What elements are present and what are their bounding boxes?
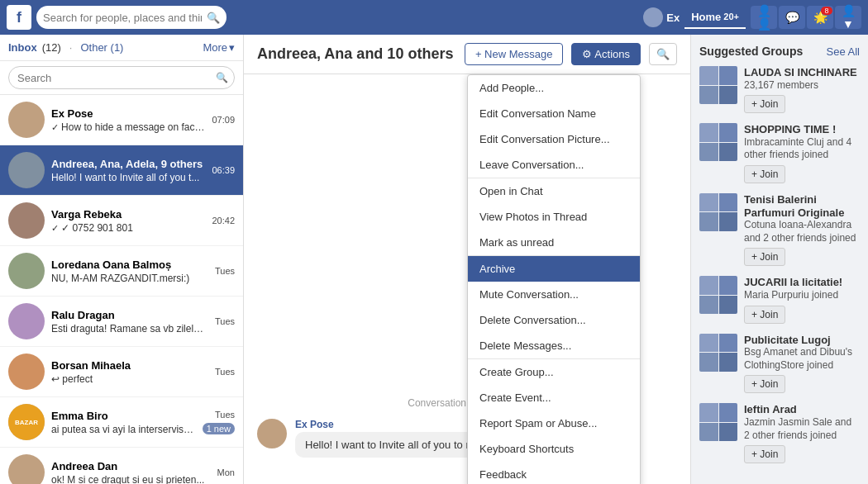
groups-list: LAUDA SI INCHINARE 23,167 members + Join… [699, 66, 860, 463]
group-sub: Maria Purpuriu joined [744, 289, 860, 302]
conv-name: Andreea Dan [51, 460, 211, 472]
conversation-item[interactable]: Andreea, Ana, Adela, 9 others Hello! I w… [0, 145, 243, 196]
group-name: JUCARII la licitatie! [744, 276, 860, 289]
facebook-logo[interactable]: f [7, 5, 31, 30]
conversation-item[interactable]: BAZAR Emma Biro ai putea sa vi ayi la in… [0, 397, 243, 448]
dropdown-item-leave[interactable]: Leave Conversation... [468, 152, 640, 178]
search-icon: 🔍 [207, 12, 220, 24]
search-message-button[interactable]: 🔍 [649, 43, 677, 65]
conv-meta: Tues 1 new [203, 410, 235, 434]
dropdown-item-view-photos[interactable]: View Photos in Thread [468, 204, 640, 230]
conv-meta: 20:42 [212, 216, 235, 225]
avatar [8, 354, 45, 390]
dropdown-item-create-event[interactable]: Create Event... [468, 385, 640, 410]
new-message-button[interactable]: + New Message [465, 43, 564, 65]
join-button[interactable]: + Join [744, 248, 785, 266]
dropdown-item-add-people[interactable]: Add People... [468, 75, 640, 101]
conv-preview: ↩ perfect [51, 373, 208, 385]
user-nav[interactable]: Ex [643, 7, 680, 27]
dropdown-item-open-chat[interactable]: Open in Chat [468, 178, 640, 204]
group-avatar [699, 123, 737, 161]
conv-search-input[interactable] [8, 66, 235, 89]
messages-button[interactable]: 💬 [779, 6, 805, 29]
group-info: Ieftin Arad Jazmin Jasmin Sale and 2 oth… [744, 403, 860, 463]
group-name: Tenisi Balerini Parfumuri Originale [744, 193, 860, 219]
search-input[interactable] [43, 12, 202, 24]
conv-time: Tues [215, 266, 235, 276]
dropdown-item-edit-name[interactable]: Edit Conversation Name [468, 101, 640, 126]
conv-meta: Tues [215, 367, 235, 377]
group-sub: Jazmin Jasmin Sale and 2 other friends j… [744, 416, 860, 442]
dropdown-item-delete-msg[interactable]: Delete Messages... [468, 333, 640, 358]
conversation-item[interactable]: Andreea Dan ok! M si ce dragut si eu si … [0, 448, 243, 484]
group-avatar [699, 193, 737, 231]
dropdown-item-delete-conv[interactable]: Delete Conversation... [468, 307, 640, 333]
conv-time: Tues [215, 316, 235, 326]
conv-time: 07:09 [212, 115, 235, 125]
user-name: Ex [666, 12, 680, 24]
conv-info: Borsan Mihaela ↩ perfect [51, 359, 208, 385]
dropdown-item-keyboard[interactable]: Keyboard Shortcuts [468, 436, 640, 462]
conv-name: Ex Pose [51, 107, 205, 120]
friend-requests-button[interactable]: 👤👤 [751, 6, 777, 29]
conversation-item[interactable]: Varga Rebeka ✓ ✓ 0752 901 801 20:42 [0, 196, 243, 246]
conv-name: Loredana Oana Balmoș [51, 259, 208, 271]
conv-name: Emma Biro [51, 410, 196, 422]
group-item-shopping: SHOPPING TIME ! Imbracaminte Cluj and 4 … [699, 123, 860, 183]
conv-preview: ✓ How to hide a message on face... [51, 121, 205, 133]
conv-time: 20:42 [212, 216, 235, 225]
more-button[interactable]: More ▾ [203, 41, 235, 54]
group-info: SHOPPING TIME ! Imbracaminte Cluj and 4 … [744, 123, 860, 183]
conv-search-icon: 🔍 [216, 72, 228, 83]
conv-preview: ✓ ✓ 0752 901 801 [51, 222, 205, 234]
conv-preview: NU, M-AM RAZGANDIT.mersi:) [51, 273, 208, 284]
inbox-count: (12) [42, 41, 61, 54]
join-button[interactable]: + Join [744, 95, 785, 113]
group-info: LAUDA SI INCHINARE 23,167 members + Join [744, 66, 860, 113]
group-sub: 23,167 members [744, 79, 860, 93]
notifications-button[interactable]: 🌟 8 [807, 6, 833, 29]
dropdown-item-mark-unread[interactable]: Mark as unread [468, 230, 640, 255]
dropdown-item-archive[interactable]: Archive [468, 256, 640, 282]
conversation-item[interactable]: Borsan Mihaela ↩ perfect Tues [0, 347, 243, 397]
avatar: BAZAR [8, 404, 45, 440]
dropdown-item-edit-picture[interactable]: Edit Conversation Picture... [468, 126, 640, 152]
right-sidebar: Suggested Groups See All LAUDA SI INCHIN… [690, 35, 868, 484]
conv-time: Tues [215, 410, 235, 420]
conv-info: Andreea Dan ok! M si ce dragut si eu si … [51, 460, 211, 485]
dropdown-item-report-spam[interactable]: Report Spam or Abuse... [468, 410, 640, 436]
join-button[interactable]: + Join [744, 306, 785, 324]
dropdown-item-create-group[interactable]: Create Group... [468, 359, 640, 385]
conversation-title: Andreea, Ana and 10 others [257, 45, 456, 63]
group-avatar [699, 334, 737, 372]
conv-name: Ralu Dragan [51, 309, 208, 321]
home-button[interactable]: Home 20+ [684, 6, 746, 29]
conv-info: Ralu Dragan Esti draguta! Ramane sa vb z… [51, 309, 208, 335]
conv-preview: ai putea sa vi ayi la interservisan ... [51, 424, 196, 435]
group-item-jucarii: JUCARII la licitatie! Maria Purpuriu joi… [699, 276, 860, 323]
actions-button[interactable]: ⚙ Actions [571, 43, 641, 65]
avatar [8, 454, 45, 484]
conv-info: Emma Biro ai putea sa vi ayi la interser… [51, 410, 196, 435]
conv-info: Ex Pose ✓ How to hide a message on face.… [51, 107, 205, 133]
message-avatar [257, 419, 287, 448]
avatar [8, 253, 45, 289]
conversation-item[interactable]: Ex Pose ✓ How to hide a message on face.… [0, 95, 243, 145]
join-button[interactable]: + Join [744, 375, 785, 393]
other-tab[interactable]: Other (1) [80, 41, 123, 54]
conv-name: Varga Rebeka [51, 208, 205, 221]
conv-preview: Esti draguta! Ramane sa vb zilele ... [51, 323, 208, 335]
group-item-ieftin: Ieftin Arad Jazmin Jasmin Sale and 2 oth… [699, 403, 860, 463]
search-bar[interactable]: 🔍 [36, 6, 227, 29]
join-button[interactable]: + Join [744, 445, 785, 463]
conversation-item[interactable]: Ralu Dragan Esti draguta! Ramane sa vb z… [0, 297, 243, 347]
inbox-tab[interactable]: Inbox [8, 41, 37, 54]
conv-info: Varga Rebeka ✓ ✓ 0752 901 801 [51, 208, 205, 234]
see-all-link[interactable]: See All [827, 45, 860, 58]
join-button[interactable]: + Join [744, 165, 785, 183]
group-sub: Imbracaminte Cluj and 4 other friends jo… [744, 136, 860, 162]
conversation-item[interactable]: Loredana Oana Balmoș NU, M-AM RAZGANDIT.… [0, 246, 243, 297]
dropdown-item-feedback[interactable]: Feedback [468, 462, 640, 484]
dropdown-item-mute[interactable]: Mute Conversation... [468, 282, 640, 307]
account-menu-button[interactable]: 👤 ▼ [835, 6, 861, 29]
